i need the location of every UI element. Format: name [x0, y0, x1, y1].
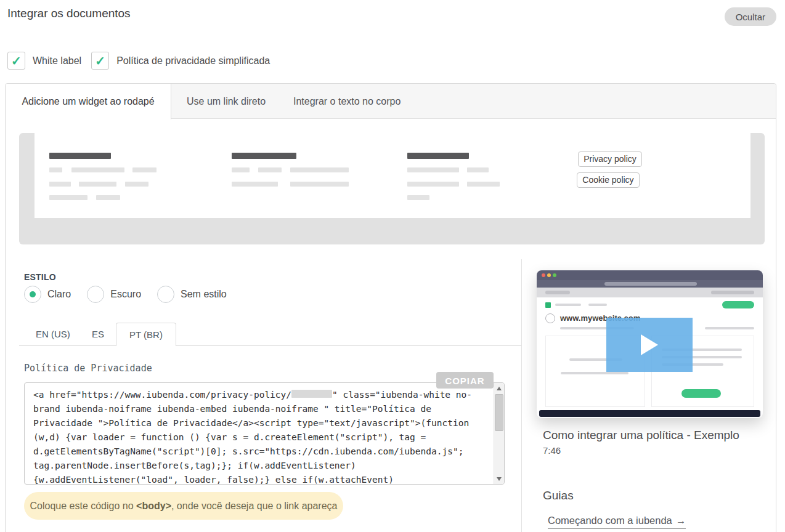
- simplified-privacy-option[interactable]: ✓ Política de privacidade simplificada: [91, 52, 270, 70]
- notice-body-tag: <body>: [136, 501, 171, 511]
- skeleton-bar: [125, 182, 148, 187]
- skeleton-bar: [49, 195, 87, 200]
- skeleton-bar: [49, 153, 111, 159]
- toolbar-pill: [711, 291, 754, 294]
- option-label: Política de privacidade simplificada: [116, 55, 270, 66]
- url-pill: [604, 282, 697, 286]
- skeleton-bar: [407, 153, 469, 159]
- radio-label: Escuro: [110, 289, 141, 300]
- site-monitor-icon: [545, 313, 555, 323]
- mock-generate-button: [681, 389, 721, 398]
- style-option-no-style[interactable]: Sem estilo: [157, 286, 227, 303]
- skeleton-bar: [232, 182, 278, 187]
- scrollbar-thumb[interactable]: [495, 394, 503, 431]
- code-segment: " class="iubenda-white no-brand iubenda-…: [33, 390, 474, 484]
- textarea-scrollbar[interactable]: [494, 383, 504, 484]
- mock-nav-bar: [588, 304, 607, 306]
- traffic-light-red-icon: [542, 273, 545, 277]
- option-label: White label: [33, 55, 81, 66]
- embed-field-label: Política de Privacidade: [24, 363, 152, 374]
- checkmark-icon: ✓: [11, 55, 22, 67]
- radio-label: Claro: [47, 289, 71, 300]
- video-title: Como integrar uma política - Exemplo: [543, 429, 739, 442]
- traffic-light-green-icon: [553, 273, 556, 277]
- skeleton-bar: [232, 153, 296, 159]
- redacted-policy-id: [291, 390, 332, 398]
- radio-selected-dot: [30, 291, 36, 297]
- play-button[interactable]: [606, 318, 693, 372]
- skeleton-bar: [467, 182, 500, 187]
- document-options: ✓ White label ✓ Política de privacidade …: [7, 52, 270, 70]
- page-title: Integrar os documentos: [7, 7, 131, 20]
- style-option-dark[interactable]: Escuro: [87, 286, 141, 303]
- notice-text: , onde você deseja que o link apareça: [171, 501, 338, 511]
- footer-preview: Privacy policy Cookie policy: [19, 133, 765, 244]
- skeleton-bar: [290, 182, 349, 187]
- code-segment: <a href="https://www.iubenda.com/privacy…: [33, 390, 291, 400]
- skeleton-bar: [407, 167, 459, 172]
- checkmark-icon: ✓: [95, 55, 105, 67]
- skeleton-bar: [49, 167, 62, 172]
- video-duration: 7:46: [543, 445, 561, 456]
- mock-nav-bar: [555, 304, 581, 306]
- skeleton-bar: [71, 167, 124, 172]
- video-thumbnail[interactable]: www.mywebsite.com: [537, 270, 763, 418]
- mock-meta-bar: [705, 327, 754, 329]
- copy-button[interactable]: COPIAR: [436, 372, 494, 389]
- style-option-light[interactable]: Claro: [24, 286, 71, 303]
- radio-label: Sem estilo: [181, 289, 227, 300]
- hide-button[interactable]: Ocultar: [725, 7, 776, 26]
- tab-direct-link[interactable]: Use um link direto: [187, 84, 266, 119]
- integration-page: { "header": { "title": "Integrar os docu…: [0, 0, 785, 532]
- integration-card: Adicione um widget ao rodapé Use um link…: [5, 83, 776, 532]
- style-section-label: ESTILO: [24, 272, 56, 282]
- browser-url-bar: [537, 280, 763, 288]
- skeleton-bar: [290, 167, 349, 172]
- embed-code-textarea[interactable]: <a href="https://www.iubenda.com/privacy…: [24, 382, 505, 485]
- mock-text-bar: [561, 372, 628, 374]
- skeleton-bar: [407, 195, 429, 200]
- radio-button[interactable]: [24, 286, 41, 303]
- mock-green-button: [722, 301, 754, 308]
- arrow-right-icon: →: [676, 515, 686, 526]
- footer-preview-page: Privacy policy Cookie policy: [35, 133, 750, 218]
- play-icon: [641, 334, 658, 355]
- skeleton-bar: [407, 182, 459, 187]
- tab-widget-footer[interactable]: Adicione um widget ao rodapé: [6, 84, 171, 119]
- notice-text: Coloque este código no: [30, 501, 136, 511]
- cookie-policy-preview-button[interactable]: Cookie policy: [577, 172, 640, 188]
- scroll-up-arrow-icon[interactable]: [494, 383, 504, 393]
- privacy-policy-preview-button[interactable]: Privacy policy: [578, 151, 642, 167]
- skeleton-bar: [258, 167, 282, 172]
- language-tab-es[interactable]: ES: [92, 323, 104, 346]
- skeleton-bar: [132, 167, 157, 172]
- integration-tab-bar: Adicione um widget ao rodapé Use um link…: [6, 84, 776, 119]
- video-progress-bar: [539, 410, 760, 417]
- simplified-privacy-checkbox[interactable]: ✓: [91, 52, 109, 70]
- style-radio-group: Claro Escuro Sem estilo: [24, 286, 243, 303]
- guide-link-getting-started[interactable]: Começando com a iubenda→: [548, 515, 686, 529]
- guides-heading: Guias: [543, 489, 574, 502]
- skeleton-bar: [79, 182, 116, 187]
- skeleton-bar: [49, 182, 71, 187]
- sidebar-divider: [521, 259, 522, 532]
- skeleton-bar: [467, 167, 489, 172]
- iubenda-logo-mock: [545, 302, 551, 308]
- skeleton-bar: [232, 167, 250, 172]
- white-label-option[interactable]: ✓ White label: [7, 52, 81, 70]
- guide-link-label: Começando com a iubenda: [548, 515, 672, 526]
- language-tab-en-us[interactable]: EN (US): [36, 323, 70, 346]
- traffic-light-yellow-icon: [547, 273, 551, 277]
- tab-embed-body[interactable]: Integrar o texto no corpo: [293, 84, 401, 119]
- radio-button[interactable]: [157, 286, 174, 303]
- placement-notice: Coloque este código no <body>, onde você…: [24, 492, 343, 520]
- embed-code-text: <a href="https://www.iubenda.com/privacy…: [25, 383, 493, 484]
- language-tab-pt-br[interactable]: PT (BR): [116, 323, 176, 346]
- browser-toolbar: [537, 288, 763, 297]
- skeleton-bar: [96, 195, 120, 200]
- white-label-checkbox[interactable]: ✓: [7, 52, 25, 70]
- radio-button[interactable]: [87, 286, 104, 303]
- scroll-down-arrow-icon[interactable]: [494, 474, 504, 484]
- toolbar-pill: [545, 291, 570, 294]
- browser-chrome-bar: [537, 270, 763, 280]
